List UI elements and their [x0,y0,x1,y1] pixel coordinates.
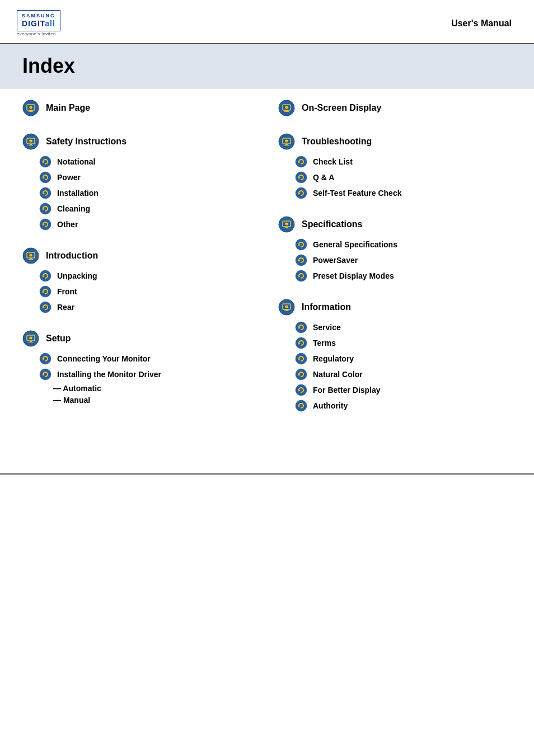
sub-item-installing-driver[interactable]: Installing the Monitor Driver [39,368,256,381]
sub-icon-installation [39,187,51,199]
header-title: User's Manual [451,18,512,29]
sub-icon-preset-display-modes [295,270,307,282]
sub-label-notational: Notational [57,157,95,166]
sub-icon-unpacking [39,270,51,282]
svg-rect-23 [29,259,33,260]
section-main-page: Main Page [22,100,256,116]
section-header-introduction[interactable]: Introduction [22,247,256,264]
sub-icon-authority [295,400,307,412]
svg-point-16 [40,203,51,214]
svg-point-54 [296,187,307,199]
sub-icon-notational [39,156,51,168]
svg-point-50 [296,156,307,167]
svg-rect-22 [30,258,32,259]
sub-item-rear[interactable]: Rear [39,301,256,313]
svg-point-36 [40,353,51,364]
sub-item-general-specifications[interactable]: General Specifications [295,238,512,251]
sub-item-powersaver[interactable]: PowerSaver [295,254,512,266]
section-introduction: Introduction Unpacking Front Rear [22,247,256,313]
sub-item-notational[interactable]: Notational [39,156,256,168]
sub-item-authority[interactable]: Authority [295,400,512,412]
svg-point-25 [40,270,51,281]
sub-label-self-test: Self-Test Feature Check [313,189,401,198]
sub-item-terms[interactable]: Terms [295,337,512,349]
svg-point-80 [296,384,307,396]
svg-rect-42 [285,110,288,111]
sub-label-connecting-monitor: Connecting Your Monitor [57,354,151,363]
sub-label-check-list: Check List [313,157,353,166]
subsub-item-manual[interactable]: — Manual [53,396,256,405]
sub-item-power[interactable]: Power [39,171,256,184]
section-header-troubleshooting[interactable]: Troubleshooting [278,133,512,150]
section-header-specifications[interactable]: Specifications [278,216,512,233]
svg-point-74 [296,337,307,349]
sub-item-cleaning[interactable]: Cleaning [39,203,256,215]
svg-point-52 [296,172,307,183]
sub-item-self-test[interactable]: Self-Test Feature Check [295,187,512,199]
sub-label-q-and-a: Q & A [313,173,334,182]
svg-point-14 [40,187,51,199]
sub-item-other[interactable]: Other [39,218,256,231]
svg-point-78 [296,369,307,380]
sub-label-installing-driver: Installing the Monitor Driver [57,370,161,379]
sub-label-cleaning: Cleaning [57,204,90,213]
left-column: Main Page Safety Instructions Notational… [22,100,256,429]
section-on-screen-display: On-Screen Display [278,100,512,116]
footer-line [0,473,534,475]
section-header-on-screen-display[interactable]: On-Screen Display [278,100,512,116]
sub-item-q-and-a[interactable]: Q & A [295,171,512,184]
sub-item-unpacking[interactable]: Unpacking [39,270,256,282]
svg-rect-7 [30,144,32,145]
section-header-information[interactable]: Information [278,299,512,316]
section-troubleshooting: Troubleshooting Check List Q & A Self-Te… [278,133,512,199]
samsung-logo: SAMSUNG DIGITall [17,10,60,31]
sub-icon-regulatory [295,353,307,365]
svg-rect-48 [284,145,289,145]
svg-rect-58 [285,227,288,228]
section-header-main-page[interactable]: Main Page [22,100,256,116]
svg-point-29 [40,302,51,313]
subsub-label-automatic: — Automatic [53,384,101,393]
section-header-setup[interactable]: Setup [22,330,256,347]
logo-tagline: everyone's Invited [17,31,56,36]
section-label-information: Information [302,302,351,312]
sub-item-natural-color[interactable]: Natural Color [295,368,512,381]
main-icon-information [278,299,295,316]
svg-rect-59 [284,228,289,228]
sub-item-for-better-display[interactable]: For Better Display [295,384,512,396]
sub-icon-power [39,171,51,184]
sub-label-natural-color: Natural Color [313,370,363,379]
svg-rect-70 [284,311,289,311]
section-information: Information Service Terms Regulatory Nat… [278,299,512,412]
index-banner: Index [0,44,534,88]
svg-rect-69 [285,309,288,311]
sub-item-installation[interactable]: Installation [39,187,256,199]
main-icon-on-screen-display [278,100,295,116]
svg-rect-43 [284,111,289,112]
sub-label-other: Other [57,220,78,229]
main-icon-safety-instructions [22,133,39,150]
section-specifications: Specifications General Specifications Po… [278,216,512,282]
sub-item-preset-display-modes[interactable]: Preset Display Modes [295,270,512,282]
subsub-item-automatic[interactable]: — Automatic [53,384,256,393]
svg-rect-2 [30,110,32,111]
section-label-introduction: Introduction [46,251,98,261]
svg-point-76 [296,353,307,364]
section-header-safety-instructions[interactable]: Safety Instructions [22,133,256,150]
sub-label-installation: Installation [57,189,99,198]
sub-icon-rear [39,301,51,313]
svg-point-61 [296,239,307,250]
svg-rect-8 [29,145,33,145]
svg-point-38 [40,369,51,380]
sub-label-preset-display-modes: Preset Display Modes [313,271,394,280]
sub-item-connecting-monitor[interactable]: Connecting Your Monitor [39,353,256,365]
sub-item-service[interactable]: Service [295,321,512,334]
sub-icon-other [39,218,51,231]
sub-item-check-list[interactable]: Check List [295,156,512,168]
sub-icon-for-better-display [295,384,307,396]
sub-item-front[interactable]: Front [39,285,256,298]
main-icon-specifications [278,216,295,233]
sub-item-regulatory[interactable]: Regulatory [295,353,512,365]
svg-rect-47 [285,144,288,145]
sub-label-rear: Rear [57,303,74,312]
